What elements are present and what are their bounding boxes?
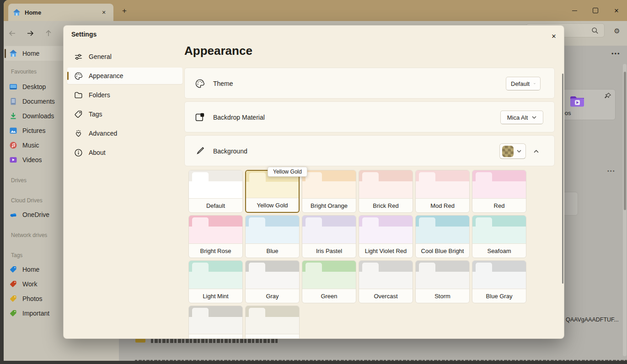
tab-title: Home	[25, 9, 41, 16]
chevron-down-icon	[532, 116, 536, 119]
up-icon	[44, 29, 53, 38]
obscured-text-row	[151, 339, 279, 343]
folder-color-tile-gray[interactable]: Gray	[245, 260, 300, 303]
chevron-down-icon	[517, 150, 521, 153]
folder-color-tile-cool-blue-bright[interactable]: Cool Blue Bright	[415, 215, 470, 258]
section-header-drives: Drives	[11, 177, 27, 184]
settings-menu-folders[interactable]: Folders	[67, 87, 182, 103]
folder-preview	[302, 216, 356, 244]
section-header-cloud-drives: Cloud Drives	[11, 197, 43, 204]
menu-item-label: Advanced	[89, 130, 117, 137]
folder-color-label: Blue Gray	[472, 289, 526, 303]
folder-color-tile-red[interactable]: Red	[472, 170, 526, 213]
folder-color-tile-iris-pastel[interactable]: Iris Pastel	[302, 215, 356, 258]
sidebar-item-label: Documents	[22, 98, 55, 105]
folder-color-label	[246, 334, 299, 339]
settings-menu-tags[interactable]: Tags	[67, 106, 182, 122]
sidebar-item-label: OneDrive	[22, 211, 49, 218]
music-icon	[9, 141, 17, 149]
titlebar: Home ✕ + ✕	[4, 0, 627, 21]
collapse-section-button[interactable]	[531, 146, 541, 157]
folder-color-tile-unlabeled[interactable]	[245, 306, 300, 339]
forward-button[interactable]	[23, 26, 38, 41]
videos-folder-icon	[570, 95, 584, 107]
page-title: Appearance	[184, 44, 252, 58]
maximize-button[interactable]	[585, 0, 606, 21]
tab-home[interactable]: Home ✕	[8, 4, 113, 21]
pin-icon[interactable]	[604, 92, 611, 100]
folder-preview	[472, 170, 526, 199]
folder-color-tile-overcast[interactable]: Overcast	[359, 260, 413, 303]
folder-color-tile-light-violet-red[interactable]: Light Violet Red	[359, 215, 413, 258]
dialog-title: Settings	[71, 31, 96, 38]
folder-color-tile-mod-red[interactable]: Mod Red	[415, 170, 470, 213]
folder-color-label: Red	[472, 198, 526, 212]
folder-preview	[472, 261, 526, 289]
tab-close-icon[interactable]: ✕	[99, 7, 109, 17]
settings-menu-appearance[interactable]: Appearance	[67, 68, 182, 84]
folder-color-tile-unlabeled[interactable]	[188, 306, 243, 339]
screen: Home ✕ + ✕ ⚙	[0, 0, 627, 364]
tag-icon	[9, 309, 17, 317]
pictures-icon	[9, 127, 17, 135]
folder-color-tile-brick-red[interactable]: Brick Red	[359, 170, 413, 213]
folder-color-tile-storm[interactable]: Storm	[415, 260, 470, 303]
folder-color-tile-bright-rose[interactable]: Bright Rose	[188, 215, 243, 258]
section-overflow-button[interactable]: •••	[607, 168, 616, 174]
close-window-button[interactable]: ✕	[606, 0, 627, 21]
menu-item-label: General	[89, 53, 112, 60]
theme-label: Theme	[213, 80, 233, 87]
documents-icon	[9, 97, 17, 106]
sidebar-item-label: Photos	[22, 295, 43, 302]
folder-color-tile-blue-gray[interactable]: Blue Gray	[472, 260, 526, 303]
menu-item-label: About	[89, 149, 106, 156]
folder-color-tile-seafoam[interactable]: Seafoam	[472, 215, 526, 258]
backdrop-dropdown-value: Mica Alt	[507, 114, 528, 121]
new-tab-button[interactable]: +	[119, 5, 130, 16]
folder-color-label: Overcast	[359, 289, 413, 303]
folder-preview	[246, 306, 299, 334]
downloads-icon	[9, 112, 17, 120]
folder-color-tile-light-mint[interactable]: Light Mint	[188, 260, 243, 303]
sidebar-item-label: Work	[22, 280, 37, 288]
folder-color-tile-green[interactable]: Green	[302, 260, 356, 303]
gear-icon[interactable]: ⚙	[611, 25, 623, 37]
folder-color-tile-bright-orange[interactable]: Bright Orange	[302, 170, 356, 213]
folder-color-tile-default[interactable]: Default	[188, 170, 243, 213]
folder-color-label: Gray	[246, 289, 299, 303]
main-scrollbar-thumb[interactable]	[624, 72, 626, 210]
backdrop-dropdown[interactable]: Mica Alt	[500, 111, 543, 124]
checker-swatch	[502, 146, 514, 157]
folder-color-tile-blue[interactable]: Blue	[245, 215, 300, 258]
folder-color-label	[189, 334, 242, 339]
desktop-icon	[9, 83, 17, 91]
theme-card: Theme Default	[184, 68, 555, 99]
sidebar-item-label: Downloads	[22, 112, 54, 120]
up-button[interactable]	[41, 26, 56, 41]
minimize-button[interactable]	[564, 0, 585, 21]
settings-menu-general[interactable]: General	[67, 48, 182, 65]
background-color-swatch-button[interactable]	[499, 143, 526, 159]
search-icon	[591, 27, 599, 34]
advanced-icon	[74, 129, 83, 138]
dialog-scrollbar[interactable]	[562, 74, 563, 284]
folder-preview	[359, 170, 413, 199]
toolbar-overflow-button[interactable]: •••	[611, 50, 621, 57]
background-label: Background	[213, 148, 247, 155]
appearance-palette-icon	[74, 72, 83, 80]
settings-dialog: Settings ✕ General Appearance Folders Ta…	[63, 25, 564, 339]
folder-color-label: Bright Rose	[189, 243, 242, 258]
section-header-network-drives: Network drives	[11, 232, 47, 238]
settings-menu-advanced[interactable]: Advanced	[67, 125, 182, 142]
selected-accent-bar	[67, 72, 69, 80]
obscured-text-row	[135, 360, 627, 361]
back-button[interactable]	[5, 26, 20, 41]
chevron-up-icon	[534, 150, 539, 153]
folder-color-label: Light Mint	[189, 289, 242, 303]
home-icon	[13, 9, 21, 16]
sidebar-item-label: Pictures	[22, 127, 46, 134]
dialog-close-button[interactable]: ✕	[546, 28, 562, 44]
maximize-icon	[593, 8, 598, 13]
settings-menu-about[interactable]: About	[67, 144, 182, 161]
theme-dropdown[interactable]: Default	[506, 77, 541, 90]
